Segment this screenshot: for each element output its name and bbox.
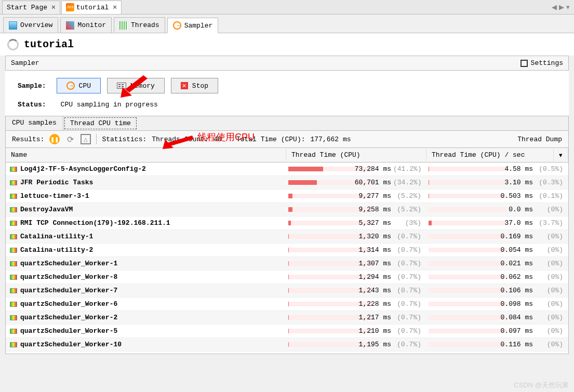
- refresh-icon[interactable]: ⟳: [65, 134, 75, 144]
- psec-value: 37.0 ms: [504, 219, 535, 227]
- table-row[interactable]: Catalina-utility-21,314 ms(0.7%)0.054 ms…: [6, 244, 568, 257]
- stats-prefix: Statistics:: [102, 136, 146, 143]
- page-title: tutorial: [24, 38, 74, 50]
- time-value: 1,243 ms: [359, 287, 393, 294]
- time-pct: (0.7%): [393, 233, 421, 240]
- sampler-icon: [173, 21, 181, 30]
- table-row[interactable]: quartzScheduler_Worker-61,228 ms(0.7%)0.…: [6, 298, 568, 311]
- col-name[interactable]: Name: [6, 149, 286, 161]
- status-value: CPU sampling in progress: [61, 101, 158, 109]
- nav-next-icon[interactable]: ▶: [559, 3, 564, 11]
- tab-overview[interactable]: Overview: [3, 17, 58, 33]
- cpu-button[interactable]: CPU: [57, 78, 101, 93]
- tab-thread-cpu-time[interactable]: Thread CPU time: [64, 117, 137, 129]
- psec-pct: (0.3%): [535, 179, 563, 186]
- thread-name: quartzScheduler_Worker-8: [20, 273, 117, 281]
- table-row[interactable]: DestroyJavaVM9,258 ms(5.2%)0.0 ms(0%): [6, 203, 568, 217]
- table-row[interactable]: quartzScheduler_Worker-101,195 ms(0.7%)0…: [6, 338, 568, 352]
- button-label: Memory: [130, 82, 155, 90]
- time-pct: (3%): [393, 219, 421, 227]
- table-row[interactable]: quartzScheduler_Worker-11,307 ms(0.7%)0.…: [6, 257, 568, 271]
- psec-pct: (0.1%): [535, 192, 563, 200]
- table-row[interactable]: quartzScheduler_Worker-51,210 ms(0.7%)0.…: [6, 325, 568, 338]
- time-value: 1,210 ms: [359, 327, 393, 335]
- stop-button[interactable]: ✕ Stop: [171, 78, 218, 93]
- thread-icon: [10, 167, 17, 172]
- column-expand-icon[interactable]: ▾: [554, 149, 568, 161]
- time-pct: (0.7%): [393, 314, 421, 321]
- col-thread-time[interactable]: Thread Time (CPU): [286, 149, 426, 161]
- table-body[interactable]: Log4j2-TF-5-AsyncLoggerConfig-273,284 ms…: [6, 163, 568, 354]
- checkbox-icon[interactable]: [520, 60, 528, 67]
- nav-prev-icon[interactable]: ◀: [552, 3, 557, 11]
- thread-name: quartzScheduler_Worker-10: [20, 341, 122, 348]
- thread-name: JFR Periodic Tasks: [20, 179, 93, 186]
- thread-dump-button[interactable]: Thread Dump: [517, 136, 562, 143]
- table-row[interactable]: Catalina-utility-11,320 ms(0.7%)0.169 ms…: [6, 230, 568, 244]
- table-row[interactable]: JFR Periodic Tasks60,701 ms(34.2%)3.10 m…: [6, 176, 568, 190]
- close-icon[interactable]: ×: [113, 4, 117, 11]
- section-label: Sampler: [11, 59, 39, 67]
- time-value: 5,327 ms: [359, 219, 393, 227]
- thread-name: quartzScheduler_Worker-1: [20, 260, 117, 267]
- time-value: 60,701 ms: [355, 179, 393, 186]
- time-pct: (0.7%): [393, 327, 421, 335]
- table-row[interactable]: Log4j2-TF-5-AsyncLoggerConfig-273,284 ms…: [6, 163, 568, 176]
- psec-pct: (0%): [535, 233, 563, 240]
- nav-menu-icon[interactable]: ▾: [566, 3, 570, 11]
- tab-tutorial[interactable]: JMX tutorial ×: [61, 1, 122, 14]
- time-pct: (0.7%): [393, 273, 421, 281]
- table-row[interactable]: quartzScheduler_Worker-81,294 ms(0.7%)0.…: [6, 271, 568, 284]
- psec-pct: (0%): [535, 206, 563, 213]
- thread-icon: [10, 275, 17, 280]
- tab-label: Sampler: [184, 22, 213, 30]
- table-row[interactable]: quartzScheduler_Worker-21,217 ms(0.7%)0.…: [6, 311, 568, 325]
- thread-icon: [10, 180, 17, 185]
- section-header: Sampler Settings: [5, 56, 569, 71]
- time-value: 9,258 ms: [359, 206, 393, 213]
- psec-value: 0.062 ms: [501, 273, 535, 281]
- table-row[interactable]: RMI TCP Connection(179)-192.168.211.15,3…: [6, 217, 568, 230]
- threads-icon: [119, 21, 128, 30]
- col-thread-time-psec[interactable]: Thread Time (CPU) / sec: [426, 149, 554, 161]
- memory-button[interactable]: Memory: [107, 78, 165, 93]
- table-row[interactable]: quartzScheduler_Worker-71,243 ms(0.7%)0.…: [6, 284, 568, 298]
- monitor-icon: [66, 21, 74, 30]
- tab-monitor[interactable]: Monitor: [60, 17, 112, 33]
- psec-pct: (0%): [535, 273, 563, 281]
- editor-tabs: Start Page × JMX tutorial × ◀ ▶ ▾: [0, 0, 574, 15]
- thread-table: Name Thread Time (CPU) Thread Time (CPU)…: [5, 147, 569, 354]
- time-pct: (0.7%): [393, 246, 421, 254]
- thread-icon: [10, 329, 17, 334]
- time-value: 1,217 ms: [359, 314, 393, 321]
- psec-pct: (0%): [535, 246, 563, 254]
- psec-value: 0.503 ms: [501, 192, 535, 200]
- tab-cpu-samples[interactable]: CPU samples: [6, 116, 63, 130]
- overview-icon: [9, 21, 17, 30]
- thread-name: RMI TCP Connection(179)-192.168.211.1: [20, 219, 170, 227]
- psec-value: 0.098 ms: [501, 300, 535, 308]
- tab-sampler[interactable]: Sampler: [167, 18, 219, 33]
- page-title-row: tutorial: [0, 33, 574, 56]
- button-label: CPU: [79, 82, 91, 90]
- psec-value: 0.084 ms: [501, 314, 535, 321]
- psec-pct: (0.5%): [535, 165, 563, 173]
- thread-name: quartzScheduler_Worker-2: [20, 314, 117, 321]
- tab-label: Monitor: [77, 21, 106, 29]
- psec-pct: (0%): [535, 327, 563, 335]
- sample-controls: Sample: CPU Memory ✕ Stop: [5, 71, 569, 98]
- tab-label: tutorial: [76, 4, 109, 11]
- thread-icon: [10, 248, 17, 253]
- pause-icon[interactable]: ❚❚: [49, 134, 60, 144]
- settings-toggle[interactable]: Settings: [520, 59, 563, 67]
- delta-icon[interactable]: △: [81, 134, 91, 144]
- close-icon[interactable]: ×: [51, 4, 56, 11]
- time-value: 1,195 ms: [359, 341, 393, 348]
- tab-start-page[interactable]: Start Page ×: [2, 1, 60, 14]
- tab-threads[interactable]: Threads: [114, 17, 165, 33]
- table-row[interactable]: lettuce-timer-3-19,277 ms(5.2%)0.503 ms(…: [6, 190, 568, 203]
- psec-value: 0.169 ms: [501, 233, 535, 240]
- button-label: Stop: [192, 82, 208, 90]
- psec-pct: (0%): [535, 260, 563, 267]
- tab-label: Overview: [20, 21, 52, 29]
